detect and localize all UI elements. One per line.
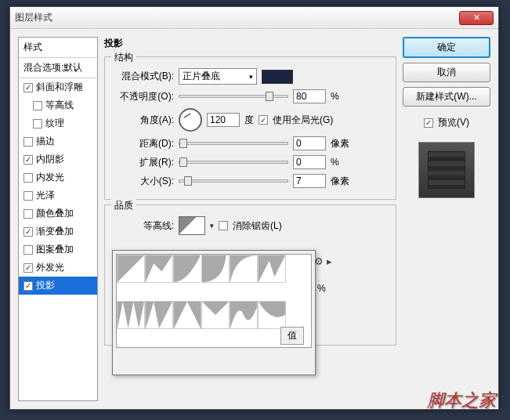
svg-marker-4 [146, 302, 172, 328]
quality-legend: 品质 [111, 199, 136, 212]
style-checkbox[interactable] [24, 191, 33, 201]
svg-marker-2 [259, 255, 285, 282]
svg-marker-1 [146, 255, 172, 282]
dialog-buttons-panel: 确定 取消 新建样式(W)... 预览(V) [403, 37, 490, 401]
style-checkbox[interactable] [24, 227, 33, 237]
style-item[interactable]: 颜色叠加 [19, 205, 97, 223]
contour-preset[interactable] [230, 301, 258, 329]
style-checkbox[interactable] [24, 263, 33, 273]
size-input[interactable]: 7 [293, 174, 326, 188]
style-checkbox[interactable] [24, 137, 33, 147]
antialias-checkbox[interactable] [219, 221, 228, 230]
angle-dial[interactable] [179, 108, 202, 132]
style-label: 光泽 [36, 189, 55, 202]
titlebar[interactable]: 图层样式 ✕ [10, 7, 498, 29]
contour-label: 等高线: [113, 219, 174, 233]
antialias-label: 消除锯齿(L) [233, 219, 282, 233]
style-label: 内阴影 [36, 153, 64, 166]
opacity-label: 不透明度(O): [113, 90, 174, 103]
style-item[interactable]: 纹理 [19, 114, 97, 132]
spread-label: 扩展(R): [113, 156, 174, 169]
contour-preset[interactable] [173, 255, 201, 283]
contour-preset[interactable] [201, 301, 230, 329]
style-checkbox[interactable] [24, 209, 33, 219]
distance-slider[interactable] [179, 142, 288, 145]
style-label: 渐变叠加 [36, 225, 74, 238]
structure-fieldset: 结构 混合模式(B): 正片叠底▾ 不透明度(O): 80 % 角度(A): 1… [104, 56, 396, 200]
contour-preset[interactable] [145, 255, 173, 283]
styles-list-panel: 样式 混合选项:默认 斜面和浮雕等高线纹理描边内阴影内发光光泽颜色叠加渐变叠加图… [18, 37, 98, 401]
distance-label: 距离(D): [113, 137, 174, 150]
size-label: 大小(S): [113, 175, 174, 188]
contour-preset[interactable] [173, 301, 201, 329]
blend-options-item[interactable]: 混合选项:默认 [19, 58, 97, 78]
style-item[interactable]: 等高线 [19, 96, 97, 114]
color-swatch[interactable] [262, 70, 293, 84]
spread-slider[interactable] [179, 161, 288, 164]
contour-preset[interactable] [258, 301, 286, 329]
style-item[interactable]: 渐变叠加 [19, 223, 97, 241]
gear-icon[interactable]: ⚙ ▸ [314, 255, 332, 267]
style-item[interactable]: 内发光 [19, 168, 97, 186]
style-checkbox[interactable] [33, 101, 42, 110]
spread-input[interactable]: 0 [293, 155, 326, 169]
style-checkbox[interactable] [24, 281, 33, 291]
preview-box [418, 142, 475, 198]
contour-preset[interactable] [117, 301, 145, 329]
styles-header[interactable]: 样式 [19, 38, 97, 58]
opacity-unit: % [331, 91, 339, 102]
style-item[interactable]: 光泽 [19, 186, 97, 205]
chevron-down-icon: ▾ [249, 73, 253, 81]
chevron-down-icon[interactable]: ▾ [210, 222, 214, 230]
style-label: 颜色叠加 [36, 207, 74, 220]
style-item[interactable]: 描边 [19, 132, 97, 150]
style-checkbox[interactable] [24, 83, 33, 92]
opacity-input[interactable]: 80 [293, 89, 326, 103]
style-label: 等高线 [45, 99, 74, 112]
contour-picker[interactable] [179, 216, 205, 235]
contour-preset[interactable] [145, 301, 173, 329]
style-item[interactable]: 外发光 [19, 259, 97, 277]
contour-preset[interactable] [201, 255, 230, 283]
opacity-slider[interactable] [179, 95, 288, 98]
contour-preset[interactable] [230, 255, 258, 283]
size-slider[interactable] [179, 179, 288, 183]
preview-checkbox[interactable] [424, 118, 433, 128]
style-item[interactable]: 图案叠加 [19, 241, 97, 259]
style-checkbox[interactable] [24, 245, 33, 255]
style-item[interactable]: 内阴影 [19, 150, 97, 168]
svg-marker-6 [202, 302, 229, 328]
preview-thumbnail [428, 151, 465, 189]
style-label: 外发光 [36, 261, 64, 274]
style-label: 纹理 [45, 117, 64, 130]
style-checkbox[interactable] [24, 155, 33, 165]
close-button[interactable]: ✕ [459, 11, 494, 25]
global-light-checkbox[interactable] [259, 115, 268, 125]
style-checkbox[interactable] [33, 119, 42, 129]
new-style-button[interactable]: 新建样式(W)... [403, 87, 490, 107]
spread-unit: % [331, 157, 339, 168]
style-item[interactable]: 投影 [19, 277, 97, 295]
angle-unit: 度 [244, 114, 254, 127]
reset-default-button[interactable]: 值 [280, 327, 304, 345]
effect-title: 投影 [104, 37, 396, 50]
dialog-title: 图层样式 [15, 11, 459, 24]
global-light-label: 使用全局光(G) [273, 114, 333, 127]
contour-preset[interactable] [117, 255, 145, 283]
watermark: 脚本之家 [427, 389, 496, 412]
style-item[interactable]: 斜面和浮雕 [19, 78, 97, 96]
angle-label: 角度(A): [113, 114, 174, 127]
style-checkbox[interactable] [24, 173, 33, 183]
structure-legend: 结构 [111, 51, 136, 64]
ok-button[interactable]: 确定 [403, 37, 490, 58]
angle-input[interactable]: 120 [207, 113, 240, 127]
svg-marker-0 [118, 255, 144, 282]
distance-input[interactable]: 0 [293, 136, 326, 150]
blend-mode-select[interactable]: 正片叠底▾ [179, 68, 257, 85]
blend-mode-label: 混合模式(B): [113, 70, 174, 83]
contour-preset[interactable] [258, 255, 286, 283]
cancel-button[interactable]: 取消 [403, 63, 490, 82]
layer-style-dialog: 图层样式 ✕ 样式 混合选项:默认 斜面和浮雕等高线纹理描边内阴影内发光光泽颜色… [9, 6, 499, 410]
style-label: 内发光 [36, 171, 64, 184]
svg-marker-3 [118, 302, 144, 328]
